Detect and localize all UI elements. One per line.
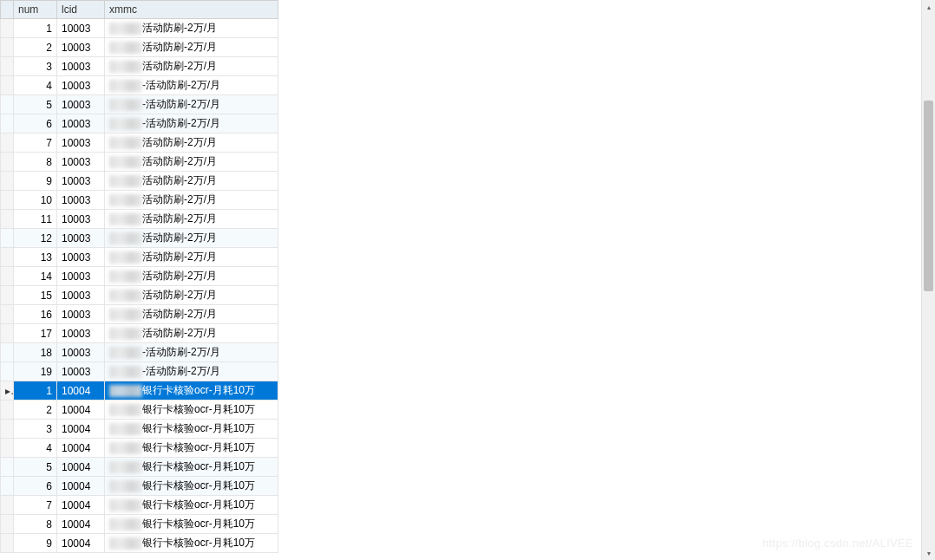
cell-num[interactable]: 2 [14,400,57,420]
table-row[interactable]: 210004银行卡核验ocr-月耗10万 [1,400,278,420]
cell-num[interactable]: 12 [14,229,57,248]
cell-xmmc[interactable]: 活动防刷-2万/月 [105,286,278,305]
table-row[interactable]: 1710003活动防刷-2万/月 [1,324,278,343]
cell-xmmc[interactable]: 活动防刷-2万/月 [105,191,278,210]
cell-lcid[interactable]: 10003 [57,114,105,133]
cell-xmmc[interactable]: 银行卡核验ocr-月耗10万 [105,400,278,420]
cell-num[interactable]: 2 [14,38,57,57]
cell-xmmc[interactable]: -活动防刷-2万/月 [105,343,278,362]
cell-num[interactable]: 11 [14,210,57,229]
cell-num[interactable]: 17 [14,324,57,343]
cell-lcid[interactable]: 10003 [57,153,105,172]
cell-num[interactable]: 6 [14,477,57,496]
scrollbar-track[interactable] [924,14,933,546]
cell-num[interactable]: 5 [14,458,57,477]
header-num[interactable]: num [14,1,57,19]
cell-num[interactable]: 16 [14,305,57,324]
header-lcid[interactable]: lcid [57,1,105,19]
cell-xmmc[interactable]: 银行卡核验ocr-月耗10万 [105,477,278,496]
cell-num[interactable]: 9 [14,534,57,553]
cell-num[interactable]: 8 [14,515,57,534]
cell-lcid[interactable]: 10003 [57,172,105,191]
cell-xmmc[interactable]: -活动防刷-2万/月 [105,95,278,114]
cell-xmmc[interactable]: 活动防刷-2万/月 [105,229,278,248]
table-row[interactable]: 1010003活动防刷-2万/月 [1,191,278,210]
cell-num[interactable]: 10 [14,191,57,210]
cell-num[interactable]: 19 [14,362,57,381]
cell-xmmc[interactable]: 活动防刷-2万/月 [105,305,278,324]
table-row[interactable]: 1610003活动防刷-2万/月 [1,305,278,324]
cell-xmmc[interactable]: 活动防刷-2万/月 [105,133,278,153]
table-row[interactable]: 610004银行卡核验ocr-月耗10万 [1,477,278,496]
cell-num[interactable]: 7 [14,496,57,515]
cell-num[interactable]: 3 [14,57,57,76]
table-row[interactable]: 1810003-活动防刷-2万/月 [1,343,278,362]
cell-num[interactable]: 7 [14,133,57,153]
cell-xmmc[interactable]: 活动防刷-2万/月 [105,57,278,76]
cell-lcid[interactable]: 10004 [57,496,105,515]
table-row[interactable]: 1210003活动防刷-2万/月 [1,229,278,248]
table-row[interactable]: ▸110004银行卡核验ocr-月耗10万 [1,381,278,400]
cell-lcid[interactable]: 10003 [57,57,105,76]
cell-lcid[interactable]: 10003 [57,343,105,362]
table-row[interactable]: 910004银行卡核验ocr-月耗10万 [1,534,278,553]
table-row[interactable]: 810004银行卡核验ocr-月耗10万 [1,515,278,534]
cell-xmmc[interactable]: 活动防刷-2万/月 [105,19,278,38]
cell-xmmc[interactable]: 银行卡核验ocr-月耗10万 [105,420,278,439]
table-row[interactable]: 1110003活动防刷-2万/月 [1,210,278,229]
cell-lcid[interactable]: 10004 [57,458,105,477]
cell-xmmc[interactable]: -活动防刷-2万/月 [105,114,278,133]
cell-xmmc[interactable]: 活动防刷-2万/月 [105,210,278,229]
table-row[interactable]: 210003活动防刷-2万/月 [1,38,278,57]
cell-xmmc[interactable]: 活动防刷-2万/月 [105,267,278,286]
scroll-down-icon[interactable]: ▾ [922,546,935,560]
cell-lcid[interactable]: 10004 [57,439,105,458]
scrollbar-thumb[interactable] [924,101,933,291]
cell-lcid[interactable]: 10004 [57,477,105,496]
cell-xmmc[interactable]: 银行卡核验ocr-月耗10万 [105,458,278,477]
cell-lcid[interactable]: 10003 [57,286,105,305]
cell-xmmc[interactable]: 活动防刷-2万/月 [105,172,278,191]
vertical-scrollbar[interactable]: ▴ ▾ [921,0,935,560]
cell-num[interactable]: 3 [14,420,57,439]
cell-num[interactable]: 8 [14,153,57,172]
cell-num[interactable]: 13 [14,248,57,267]
cell-lcid[interactable]: 10003 [57,19,105,38]
cell-xmmc[interactable]: 银行卡核验ocr-月耗10万 [105,496,278,515]
table-row[interactable]: 510003-活动防刷-2万/月 [1,95,278,114]
cell-xmmc[interactable]: 银行卡核验ocr-月耗10万 [105,515,278,534]
cell-xmmc[interactable]: 活动防刷-2万/月 [105,248,278,267]
table-row[interactable]: 810003活动防刷-2万/月 [1,153,278,172]
cell-num[interactable]: 5 [14,95,57,114]
cell-lcid[interactable]: 10003 [57,267,105,286]
cell-lcid[interactable]: 10004 [57,515,105,534]
table-row[interactable]: 610003-活动防刷-2万/月 [1,114,278,133]
cell-lcid[interactable]: 10003 [57,133,105,153]
cell-lcid[interactable]: 10003 [57,76,105,95]
cell-num[interactable]: 15 [14,286,57,305]
cell-lcid[interactable]: 10004 [57,420,105,439]
table-row[interactable]: 1910003-活动防刷-2万/月 [1,362,278,381]
cell-num[interactable]: 4 [14,439,57,458]
cell-num[interactable]: 14 [14,267,57,286]
table-row[interactable]: 310003活动防刷-2万/月 [1,57,278,76]
table-row[interactable]: 710004银行卡核验ocr-月耗10万 [1,496,278,515]
header-xmmc[interactable]: xmmc [105,1,278,19]
table-row[interactable]: 410003-活动防刷-2万/月 [1,76,278,95]
cell-lcid[interactable]: 10004 [57,400,105,420]
cell-lcid[interactable]: 10004 [57,381,105,400]
cell-num[interactable]: 9 [14,172,57,191]
cell-xmmc[interactable]: -活动防刷-2万/月 [105,362,278,381]
table-row[interactable]: 1510003活动防刷-2万/月 [1,286,278,305]
table-row[interactable]: 110003活动防刷-2万/月 [1,19,278,38]
cell-num[interactable]: 4 [14,76,57,95]
table-row[interactable]: 910003活动防刷-2万/月 [1,172,278,191]
cell-xmmc[interactable]: 银行卡核验ocr-月耗10万 [105,381,278,400]
cell-lcid[interactable]: 10003 [57,305,105,324]
cell-xmmc[interactable]: 活动防刷-2万/月 [105,38,278,57]
table-row[interactable]: 1410003活动防刷-2万/月 [1,267,278,286]
cell-num[interactable]: 1 [14,19,57,38]
table-row[interactable]: 310004银行卡核验ocr-月耗10万 [1,420,278,439]
table-row[interactable]: 1310003活动防刷-2万/月 [1,248,278,267]
table-row[interactable]: 410004银行卡核验ocr-月耗10万 [1,439,278,458]
